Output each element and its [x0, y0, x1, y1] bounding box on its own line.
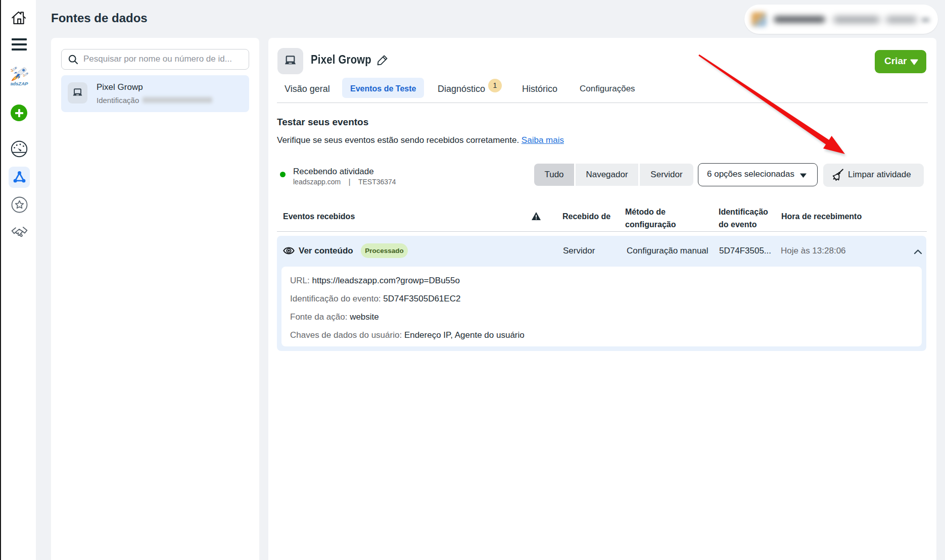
svg-text:adsZAP: adsZAP	[11, 81, 28, 86]
